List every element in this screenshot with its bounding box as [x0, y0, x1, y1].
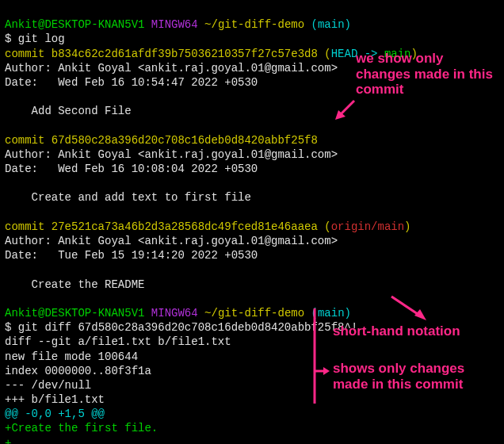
msg-1: Add Second File — [5, 105, 132, 117]
msg-2: Create and add text to first file — [5, 191, 251, 204]
prompt-1: Ankit@DESKTOP-KNAN5V1 MINGW64 ~/git-diff… — [5, 18, 351, 31]
diff-new: +++ b/file1.txt — [5, 393, 105, 406]
annotation-1: we show only changes made in this commit — [356, 51, 498, 98]
commit-2: commit 67d580c28a396d20c708c16deb0d8420a… — [5, 134, 318, 147]
diff-header: diff --git a/file1.txt b/file1.txt — [5, 335, 231, 348]
date-3: Date: Tue Feb 15 19:14:20 2022 +0530 — [5, 249, 258, 262]
date-1: Date: Wed Feb 16 10:54:47 2022 +0530 — [5, 76, 258, 89]
diff-hunk: @@ -0,0 +1,5 @@ — [5, 408, 105, 420]
date-2: Date: Wed Feb 16 10:08:04 2022 +0530 — [5, 163, 258, 175]
diff-old: --- /dev/null — [5, 379, 91, 392]
diff-mode: new file mode 100644 — [5, 350, 138, 363]
cmd-git-diff: $ git diff 67d580c28a396d20c708c16deb0d8… — [5, 321, 357, 334]
author-3: Author: Ankit Goyal <ankit.raj.goyal.01@… — [5, 235, 338, 247]
annotation-2: short-hand notation — [333, 323, 460, 339]
msg-3: Create the README — [5, 278, 144, 291]
diff-add-1: +Create the first file. — [5, 422, 158, 434]
author-1: Author: Ankit Goyal <ankit.raj.goyal.01@… — [5, 62, 338, 75]
diff-add-2: + — [5, 437, 11, 444]
annotation-3: shows only changes made in this commit — [333, 361, 491, 392]
commit-3: commit 27e521ca73a46b2d3a28568dc49fced81… — [5, 220, 411, 233]
author-2: Author: Ankit Goyal <ankit.raj.goyal.01@… — [5, 148, 338, 161]
prompt-2: Ankit@DESKTOP-KNAN5V1 MINGW64 ~/git-diff… — [5, 307, 351, 320]
cmd-git-log: $ git log — [5, 33, 65, 45]
diff-index: index 0000000..80f3f1a — [5, 365, 151, 377]
